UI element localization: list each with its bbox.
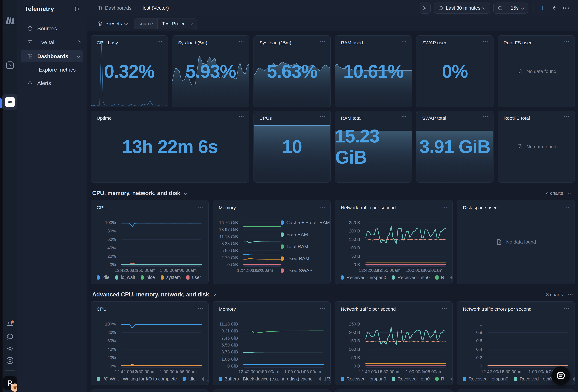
card-menu-icon[interactable]: •••	[320, 39, 326, 43]
legend-item[interactable]: Cache + Buffer RAM	[281, 220, 324, 225]
refresh-interval-dropdown[interactable]: 15s	[507, 5, 528, 11]
pager-prev-icon[interactable]	[201, 377, 204, 381]
sidebar-item-alerts[interactable]: Alerts	[21, 77, 83, 89]
card-menu-icon[interactable]: •••	[483, 39, 488, 43]
legend-item[interactable]: Received - eth0	[392, 376, 430, 382]
brand-logo-icon[interactable]	[5, 16, 15, 25]
card-menu-icon[interactable]: •••	[157, 39, 163, 43]
chevron-down-icon	[521, 5, 525, 9]
section-menu-icon[interactable]: •••	[568, 191, 573, 195]
legend-item[interactable]: nice	[141, 275, 155, 280]
legend-item[interactable]: idle	[97, 275, 109, 280]
legend-item[interactable]: user	[186, 275, 201, 280]
x-axis: 12:42:00am12:50:00am1:00:00am1:06:00am	[366, 268, 445, 274]
feedback-chat-icon[interactable]	[5, 332, 14, 341]
legend-pager[interactable]: 1/11	[450, 376, 453, 382]
legend-item[interactable]: system	[161, 275, 181, 280]
notifications-bell-icon[interactable]	[5, 320, 14, 329]
breadcrumb-dashboards[interactable]: Dashboards	[97, 5, 131, 11]
card-menu-icon[interactable]: •••	[483, 114, 488, 119]
pager-prev-icon[interactable]	[450, 377, 453, 381]
chart-menu-icon[interactable]: •••	[564, 205, 570, 209]
legend-item[interactable]: I/O Wait - Waiting for I/O to complete	[97, 376, 177, 382]
pager-prev-icon[interactable]	[450, 275, 453, 280]
stat-card-swap-total: SWAP total ••• 3.91 GiB	[416, 111, 493, 183]
app-window: R NF Telemetry Sources Live	[0, 0, 578, 392]
pager-prev-icon[interactable]	[318, 377, 321, 381]
chart-menu-icon[interactable]: •••	[442, 306, 448, 310]
chart-menu-icon[interactable]: •••	[320, 205, 326, 209]
legend-item[interactable]: Free RAM	[281, 232, 324, 237]
icon-rail: R NF	[2, 0, 18, 392]
support-chat-button[interactable]	[551, 366, 570, 385]
x-tick-label: 12:50:00am	[256, 369, 279, 374]
add-panel-button[interactable]: +	[538, 3, 547, 12]
card-menu-icon[interactable]: •••	[320, 114, 326, 119]
legend-item[interactable]: R	[435, 275, 444, 280]
card-menu-icon[interactable]: •••	[401, 39, 407, 43]
legend-pager[interactable]: 1/3	[318, 376, 331, 382]
chart-menu-icon[interactable]: •••	[442, 205, 448, 209]
presets-dropdown[interactable]: Presets	[97, 21, 128, 27]
legend-pager[interactable]: 1/5	[201, 376, 209, 382]
card-menu-icon[interactable]: •••	[239, 39, 244, 43]
card-menu-icon[interactable]: •••	[239, 114, 244, 119]
chevron-down-icon	[212, 292, 216, 296]
active-rail-indicator	[0, 98, 1, 108]
legend-pager[interactable]: 1/11	[450, 275, 453, 280]
legend-item[interactable]: Received - erspan0	[463, 376, 508, 382]
sidebar-item-sources[interactable]: Sources	[21, 22, 83, 35]
x-tick-label: 12:50:00am	[132, 268, 155, 273]
quickstart-icon[interactable]	[5, 60, 15, 70]
chart-menu-icon[interactable]: •••	[198, 205, 203, 209]
plot-area	[122, 324, 201, 366]
active-rail-item[interactable]	[2, 94, 18, 110]
sidebar-item-live-tail[interactable]: Live tail	[21, 36, 83, 49]
refresh-button[interactable]	[494, 3, 507, 13]
y-tick-label: 11.18 GiB	[219, 322, 238, 327]
legend-item[interactable]: Used SWAP	[281, 268, 324, 273]
legend-item[interactable]: Received - eth0	[392, 275, 430, 280]
legend-item[interactable]: Buffers - Block device (e.g. harddisk) c…	[219, 376, 313, 382]
more-options-button[interactable]: •••	[562, 4, 571, 12]
workspace-avatar[interactable]: R NF	[3, 376, 17, 390]
chart-menu-icon[interactable]: •••	[320, 306, 326, 310]
legend-item[interactable]: Total RAM	[281, 244, 324, 249]
legend-item[interactable]: Received - eth0	[514, 376, 552, 382]
card-menu-icon[interactable]: •••	[401, 114, 407, 119]
source-filter[interactable]: source Test Project	[134, 18, 197, 29]
chevron-down-icon	[124, 21, 128, 25]
sidebar-item-explore-metrics[interactable]: Explore metrics	[31, 64, 87, 75]
chat-widget-icon	[556, 371, 566, 381]
legend-item[interactable]: Used RAM	[281, 256, 324, 261]
legend-item[interactable]: R	[435, 376, 444, 382]
shortcuts-command-icon[interactable]	[5, 356, 14, 365]
card-menu-icon[interactable]: •••	[564, 114, 570, 119]
card-menu-icon[interactable]: •••	[564, 39, 570, 43]
legend-item[interactable]: io_wait	[115, 275, 135, 280]
sidebar-item-dashboards[interactable]: Dashboards	[21, 50, 83, 62]
chart-menu-icon[interactable]: •••	[564, 306, 570, 310]
legend-item[interactable]: Idle	[183, 376, 196, 382]
collapse-sidebar-icon[interactable]	[74, 6, 81, 12]
sidebar-nav: Sources Live tail Dashboards Explore met…	[17, 22, 87, 89]
theme-sun-icon[interactable]	[5, 344, 14, 353]
legend-item[interactable]: Received - erspan0	[341, 376, 386, 382]
section-title[interactable]: CPU, memory, network, and disk	[92, 190, 187, 196]
section-menu-icon[interactable]: •••	[568, 293, 573, 296]
stat-value: 0%	[416, 36, 493, 107]
legend-item[interactable]: Received - erspan0	[341, 275, 386, 280]
x-axis: 12:42:00am12:50:00am1:00:00am1:06:00am	[122, 369, 201, 376]
legend-pager[interactable]: 1/11	[572, 376, 575, 382]
chart-menu-icon[interactable]: •••	[198, 306, 203, 310]
x-tick-label: 12:50:00am	[132, 369, 155, 374]
console-button[interactable]	[420, 2, 431, 14]
time-range-picker[interactable]: Last 30 minutes	[434, 2, 490, 14]
section-title[interactable]: Advanced CPU, memory, network, and disk	[92, 291, 216, 298]
y-tick-label: 250 B	[349, 322, 360, 327]
bolt-button[interactable]	[550, 4, 559, 12]
y-tick-label: 100%	[105, 322, 116, 327]
plot-area	[488, 324, 568, 366]
chart-title: Network traffic errors per second	[463, 306, 531, 312]
pager-prev-icon[interactable]	[572, 377, 575, 381]
